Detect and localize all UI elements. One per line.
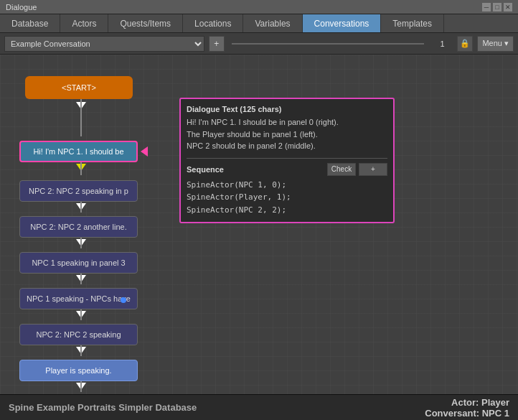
- counter-display: 1: [431, 39, 453, 48]
- detail-code: SpineActor(NPC 1, 0); SpineActor(Player,…: [187, 179, 387, 217]
- close-button[interactable]: ✕: [504, 3, 512, 11]
- conversant-label: Conversant: NPC 1: [425, 408, 509, 419]
- connector-npc2a-npc2b: [80, 202, 82, 213]
- node-start[interactable]: <START>: [25, 76, 133, 99]
- arrow-left-npc1: [141, 146, 148, 157]
- conversation-dropdown[interactable]: Example Conversation: [4, 36, 204, 52]
- menu-button[interactable]: Menu ▾: [477, 36, 514, 52]
- node-npc1[interactable]: Hi! I'm NPC 1. I should be: [19, 141, 138, 162]
- connector-npc2b-npc1b: [80, 238, 82, 248]
- node-npc2c[interactable]: NPC 2: NPC 2 speaking: [19, 324, 138, 345]
- connector-player-end: [80, 381, 82, 392]
- tab-quests-items[interactable]: Quests/Items: [108, 14, 183, 32]
- tab-templates[interactable]: Templates: [381, 14, 444, 32]
- detail-section-buttons: Check +: [327, 163, 387, 176]
- toolbar: Example Conversation + 1 🔒 Menu ▾: [0, 33, 518, 55]
- connector-npc1b-npc1c: [80, 274, 82, 284]
- status-bar: Spine Example Portraits Simpler Database…: [0, 394, 518, 420]
- dot-npc1c: [121, 297, 126, 303]
- tab-actors[interactable]: Actors: [60, 14, 108, 32]
- node-player[interactable]: Player is speaking.: [19, 360, 138, 381]
- tab-variables[interactable]: Variables: [243, 14, 302, 32]
- node-npc2a[interactable]: NPC 2: NPC 2 speaking in p: [19, 180, 138, 202]
- tab-locations[interactable]: Locations: [183, 14, 243, 32]
- add-conversation-button[interactable]: +: [209, 36, 225, 52]
- canvas-area[interactable]: <START> Hi! I'm NPC 1. I should be NPC 2…: [0, 55, 518, 394]
- title-bar: Dialogue ─ □ ✕: [0, 0, 518, 14]
- minimize-button[interactable]: ─: [482, 3, 491, 11]
- tab-bar: Database Actors Quests/Items Locations V…: [0, 14, 518, 33]
- status-right: Actor: Player Conversant: NPC 1: [425, 397, 509, 419]
- connector-npc1-npc2a: [80, 162, 82, 175]
- status-left: Spine Example Portraits Simpler Database: [9, 402, 197, 413]
- node-npc2b[interactable]: NPC 2: NPC 2 another line.: [19, 216, 138, 238]
- detail-section-header: Sequence Check +: [187, 163, 387, 176]
- connector-npc2c-player: [80, 345, 82, 356]
- maximize-button[interactable]: □: [493, 3, 501, 11]
- tab-conversations[interactable]: Conversations: [303, 14, 382, 32]
- connector-npc1c-npc2c: [80, 309, 82, 320]
- detail-divider: [187, 158, 387, 159]
- check-button[interactable]: Check: [327, 163, 356, 176]
- detail-title: Dialogue Text (125 chars): [187, 105, 387, 113]
- title-bar-label: Dialogue: [6, 3, 37, 11]
- lock-button[interactable]: 🔒: [457, 36, 473, 52]
- actor-label: Actor: Player: [425, 397, 509, 408]
- detail-section-title: Sequence: [187, 165, 224, 174]
- title-bar-controls: ─ □ ✕: [482, 3, 512, 11]
- detail-text: Hi! I'm NPC 1. I should be in panel 0 (r…: [187, 116, 387, 152]
- connector-start-npc1: [80, 99, 82, 136]
- node-npc1b[interactable]: NPC 1 speaking in panel 3: [19, 252, 138, 274]
- tab-database[interactable]: Database: [0, 14, 60, 32]
- detail-panel: Dialogue Text (125 chars) Hi! I'm NPC 1.…: [179, 98, 395, 223]
- add-sequence-button[interactable]: +: [359, 163, 387, 176]
